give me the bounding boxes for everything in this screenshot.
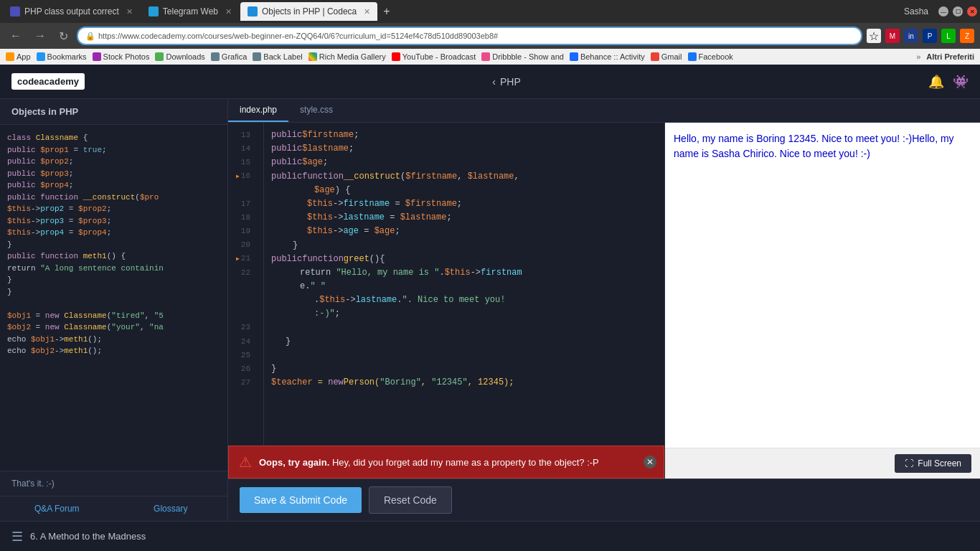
bookmark-downloads-label: Downloads xyxy=(166,52,204,61)
editor-and-output: 13 14 15 16 17 18 19 20 21 22 xyxy=(228,123,980,479)
user-name: Sasha xyxy=(898,6,934,17)
ext-icon-4[interactable]: L xyxy=(941,29,956,43)
code-line: $this->prop3 = $prop3; xyxy=(7,215,220,227)
notification-icon[interactable]: 🔔 xyxy=(928,74,944,90)
bookmark-google-icon xyxy=(308,52,317,61)
code-editor: 13 14 15 16 17 18 19 20 21 22 xyxy=(228,123,664,479)
code-line: echo $obj2->meth1(); xyxy=(7,345,220,357)
sidebar-title: Objects in PHP xyxy=(0,99,227,125)
tab-php[interactable]: PHP class output correct ✕ xyxy=(3,2,140,21)
bookmark-youtube-label: YouTube - Broadcast xyxy=(402,52,476,61)
code-content[interactable]: public $firstname; public $lastname; pub… xyxy=(264,123,664,446)
close-button[interactable]: ✕ xyxy=(967,6,977,17)
bookmark-downloads-icon xyxy=(155,52,164,61)
code-line-13: public $firstname; xyxy=(271,128,657,142)
code-scroll[interactable]: 13 14 15 16 17 18 19 20 21 22 xyxy=(228,123,664,446)
bookmark-stock[interactable]: Stock Photos xyxy=(93,52,150,61)
code-preview: class Classname { public $prop1 = true; … xyxy=(0,125,227,471)
ln-24: 24 xyxy=(228,335,256,349)
bookmark-behance[interactable]: Behance :: Activity xyxy=(570,52,645,61)
bookmark-dribbble[interactable]: Dribbble - Show and xyxy=(481,52,564,61)
bookmark-facebook[interactable]: Facebook xyxy=(688,52,733,61)
code-line-27: $teacher = new Person("Boring", "12345",… xyxy=(271,376,657,390)
cc-header-icons: 🔔 👾 xyxy=(928,74,969,90)
bookmark-bookmarks[interactable]: Bookmarks xyxy=(37,52,87,61)
bookmarks-more: » xyxy=(916,52,920,61)
bookmark-google[interactable]: Rich Media Gallery xyxy=(308,52,386,61)
tab-codecademy-close[interactable]: ✕ xyxy=(364,7,370,17)
hamburger-icon[interactable]: ☰ xyxy=(11,529,23,545)
fullscreen-button[interactable]: ⛶ Full Screen xyxy=(895,454,971,473)
bookmark-grafica-icon xyxy=(211,52,220,61)
bookmark-backlabel[interactable]: Back Label xyxy=(253,52,302,61)
address-bar[interactable]: 🔒 https://www.codecademy.com/courses/web… xyxy=(77,27,862,45)
tab-php-label: PHP class output correct xyxy=(24,6,119,17)
code-line-14: public $lastname; xyxy=(271,142,657,156)
bookmark-facebook-icon xyxy=(688,52,697,61)
bookmark-youtube[interactable]: YouTube - Broadcast xyxy=(392,52,476,61)
code-line-26: } xyxy=(271,362,657,376)
bookmark-app[interactable]: App xyxy=(6,52,31,61)
bookmark-dribbble-icon xyxy=(481,52,490,61)
new-tab-button[interactable]: + xyxy=(379,5,394,18)
tab-style-css[interactable]: style.css xyxy=(288,99,344,122)
error-close-button[interactable]: ✕ xyxy=(644,456,656,468)
glossary-link[interactable]: Glossary xyxy=(114,496,228,521)
reload-button[interactable]: ↻ xyxy=(55,28,72,44)
ln-27: 27 xyxy=(228,376,256,390)
ext-icon-3[interactable]: P xyxy=(923,29,937,43)
ln-22b xyxy=(228,280,256,293)
sidebar-links: Q&A Forum Glossary xyxy=(0,496,227,521)
ln-22: 22 xyxy=(228,266,256,280)
ext-icon-5[interactable]: Z xyxy=(960,29,974,43)
ln-15: 15 xyxy=(228,156,256,169)
app-container: codeacademy ‹ PHP 🔔 👾 Objects in PHP cla… xyxy=(0,65,980,551)
code-line: public $prop4; xyxy=(7,179,220,192)
cc-title: ‹ PHP xyxy=(85,76,928,88)
line-numbers: 13 14 15 16 17 18 19 20 21 22 xyxy=(228,123,264,446)
logo-text1: code xyxy=(17,76,39,87)
code-line-16b: $age) { xyxy=(271,184,657,197)
cc-logo: codeacademy xyxy=(11,73,85,90)
forward-button[interactable]: → xyxy=(30,28,50,44)
tab-telegram-close[interactable]: ✕ xyxy=(225,7,232,17)
tab-index-php[interactable]: index.php xyxy=(228,99,288,122)
tab-codecademy[interactable]: Objects in PHP | Codeca ✕ xyxy=(240,2,377,21)
minimize-button[interactable]: — xyxy=(938,6,948,17)
back-button[interactable]: ← xyxy=(6,28,26,44)
submit-button[interactable]: Save & Submit Code xyxy=(240,487,362,513)
output-footer: ⛶ Full Screen xyxy=(665,448,980,479)
reset-button[interactable]: Reset Code xyxy=(369,486,452,514)
cc-title-text: PHP xyxy=(500,76,521,88)
bookmarks-altri[interactable]: Altri Preferiti xyxy=(926,52,974,61)
bookmark-stock-icon xyxy=(93,52,101,61)
ext-icon-1[interactable]: M xyxy=(885,29,900,43)
tab-php-close[interactable]: ✕ xyxy=(126,7,133,17)
qa-forum-link[interactable]: Q&A Forum xyxy=(0,496,114,521)
ln-23: 23 xyxy=(228,321,256,335)
bookmark-backlabel-icon xyxy=(253,52,261,61)
code-line-25 xyxy=(271,349,657,362)
bookmark-downloads[interactable]: Downloads xyxy=(155,52,204,61)
bottom-nav: ☰ 6. A Method to the Madness xyxy=(0,521,980,551)
bookmark-icon[interactable]: ☆ xyxy=(867,29,881,43)
address-bar-row: ← → ↻ 🔒 https://www.codecademy.com/cours… xyxy=(0,23,980,49)
bookmark-gmail[interactable]: Gmail xyxy=(651,52,682,61)
tab-favicon-ca xyxy=(248,6,258,17)
tab-telegram-label: Telegram Web xyxy=(163,6,218,17)
ln-20: 20 xyxy=(228,239,256,253)
bookmark-grafica-label: Grafica xyxy=(222,52,247,61)
maximize-button[interactable]: ☐ xyxy=(953,6,963,17)
code-line: public function __construct($pro xyxy=(7,192,220,204)
bookmark-dribbble-label: Dribbble - Show and xyxy=(492,52,564,61)
tab-telegram[interactable]: Telegram Web ✕ xyxy=(141,2,239,21)
avatar-icon[interactable]: 👾 xyxy=(953,74,969,90)
error-message: Hey, did you forget add my name as a pro… xyxy=(332,457,599,468)
code-line: echo $obj1->meth1(); xyxy=(7,334,220,346)
ext-icon-2[interactable]: in xyxy=(904,29,918,43)
browser-icons: ☆ M in P L Z xyxy=(867,29,974,43)
error-bold: Oops, try again. xyxy=(259,457,329,468)
bookmark-grafica[interactable]: Grafica xyxy=(211,52,247,61)
editor-area: index.php style.css 13 14 15 16 xyxy=(228,99,980,521)
code-line-22c: .$this->lastname.". Nice to meet you! xyxy=(271,293,657,307)
